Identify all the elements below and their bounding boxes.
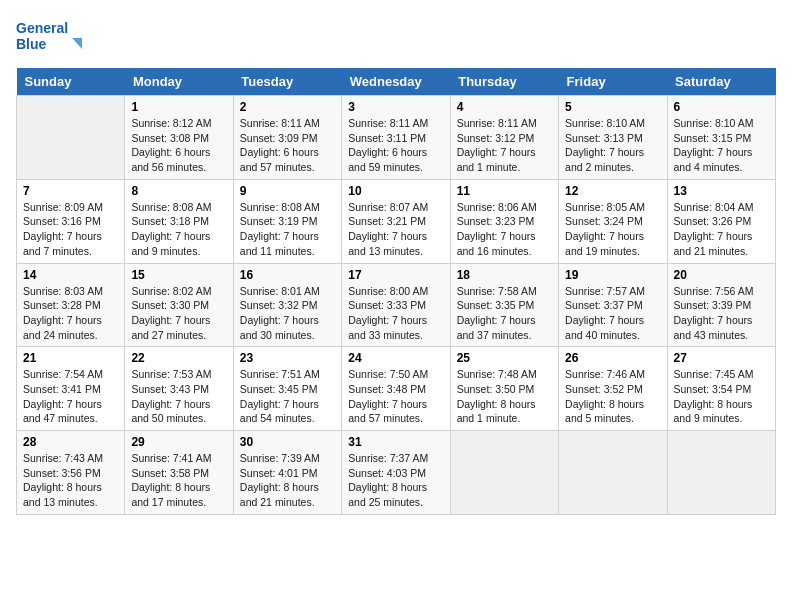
calendar-cell bbox=[450, 431, 558, 515]
svg-text:General: General bbox=[16, 20, 68, 36]
calendar-cell: 25Sunrise: 7:48 AM Sunset: 3:50 PM Dayli… bbox=[450, 347, 558, 431]
day-number: 6 bbox=[674, 100, 769, 114]
calendar-cell: 3Sunrise: 8:11 AM Sunset: 3:11 PM Daylig… bbox=[342, 96, 450, 180]
day-info: Sunrise: 8:12 AM Sunset: 3:08 PM Dayligh… bbox=[131, 116, 226, 175]
day-info: Sunrise: 8:06 AM Sunset: 3:23 PM Dayligh… bbox=[457, 200, 552, 259]
day-number: 11 bbox=[457, 184, 552, 198]
calendar-cell: 26Sunrise: 7:46 AM Sunset: 3:52 PM Dayli… bbox=[559, 347, 667, 431]
calendar-cell: 1Sunrise: 8:12 AM Sunset: 3:08 PM Daylig… bbox=[125, 96, 233, 180]
day-number: 13 bbox=[674, 184, 769, 198]
day-number: 27 bbox=[674, 351, 769, 365]
day-number: 30 bbox=[240, 435, 335, 449]
day-info: Sunrise: 8:07 AM Sunset: 3:21 PM Dayligh… bbox=[348, 200, 443, 259]
day-number: 9 bbox=[240, 184, 335, 198]
calendar-cell: 12Sunrise: 8:05 AM Sunset: 3:24 PM Dayli… bbox=[559, 179, 667, 263]
calendar-week-row: 28Sunrise: 7:43 AM Sunset: 3:56 PM Dayli… bbox=[17, 431, 776, 515]
calendar-cell: 8Sunrise: 8:08 AM Sunset: 3:18 PM Daylig… bbox=[125, 179, 233, 263]
day-header-saturday: Saturday bbox=[667, 68, 775, 96]
day-number: 23 bbox=[240, 351, 335, 365]
calendar-cell: 21Sunrise: 7:54 AM Sunset: 3:41 PM Dayli… bbox=[17, 347, 125, 431]
calendar-cell: 4Sunrise: 8:11 AM Sunset: 3:12 PM Daylig… bbox=[450, 96, 558, 180]
calendar-cell: 16Sunrise: 8:01 AM Sunset: 3:32 PM Dayli… bbox=[233, 263, 341, 347]
logo: General Blue bbox=[16, 16, 86, 56]
day-info: Sunrise: 8:11 AM Sunset: 3:11 PM Dayligh… bbox=[348, 116, 443, 175]
calendar-cell: 15Sunrise: 8:02 AM Sunset: 3:30 PM Dayli… bbox=[125, 263, 233, 347]
calendar-cell: 23Sunrise: 7:51 AM Sunset: 3:45 PM Dayli… bbox=[233, 347, 341, 431]
day-number: 7 bbox=[23, 184, 118, 198]
day-info: Sunrise: 8:02 AM Sunset: 3:30 PM Dayligh… bbox=[131, 284, 226, 343]
calendar-cell: 11Sunrise: 8:06 AM Sunset: 3:23 PM Dayli… bbox=[450, 179, 558, 263]
day-number: 19 bbox=[565, 268, 660, 282]
day-info: Sunrise: 7:46 AM Sunset: 3:52 PM Dayligh… bbox=[565, 367, 660, 426]
day-info: Sunrise: 7:43 AM Sunset: 3:56 PM Dayligh… bbox=[23, 451, 118, 510]
day-number: 31 bbox=[348, 435, 443, 449]
calendar-week-row: 1Sunrise: 8:12 AM Sunset: 3:08 PM Daylig… bbox=[17, 96, 776, 180]
day-number: 15 bbox=[131, 268, 226, 282]
calendar-cell bbox=[667, 431, 775, 515]
calendar-cell: 30Sunrise: 7:39 AM Sunset: 4:01 PM Dayli… bbox=[233, 431, 341, 515]
day-info: Sunrise: 7:58 AM Sunset: 3:35 PM Dayligh… bbox=[457, 284, 552, 343]
day-number: 4 bbox=[457, 100, 552, 114]
day-info: Sunrise: 7:53 AM Sunset: 3:43 PM Dayligh… bbox=[131, 367, 226, 426]
day-number: 21 bbox=[23, 351, 118, 365]
day-info: Sunrise: 7:54 AM Sunset: 3:41 PM Dayligh… bbox=[23, 367, 118, 426]
day-info: Sunrise: 8:11 AM Sunset: 3:09 PM Dayligh… bbox=[240, 116, 335, 175]
day-number: 3 bbox=[348, 100, 443, 114]
calendar-week-row: 14Sunrise: 8:03 AM Sunset: 3:28 PM Dayli… bbox=[17, 263, 776, 347]
calendar-cell: 29Sunrise: 7:41 AM Sunset: 3:58 PM Dayli… bbox=[125, 431, 233, 515]
calendar-cell: 22Sunrise: 7:53 AM Sunset: 3:43 PM Dayli… bbox=[125, 347, 233, 431]
day-info: Sunrise: 7:51 AM Sunset: 3:45 PM Dayligh… bbox=[240, 367, 335, 426]
day-info: Sunrise: 8:11 AM Sunset: 3:12 PM Dayligh… bbox=[457, 116, 552, 175]
day-number: 20 bbox=[674, 268, 769, 282]
day-number: 18 bbox=[457, 268, 552, 282]
calendar-cell: 6Sunrise: 8:10 AM Sunset: 3:15 PM Daylig… bbox=[667, 96, 775, 180]
day-header-friday: Friday bbox=[559, 68, 667, 96]
calendar-cell bbox=[17, 96, 125, 180]
calendar-cell: 28Sunrise: 7:43 AM Sunset: 3:56 PM Dayli… bbox=[17, 431, 125, 515]
day-info: Sunrise: 8:00 AM Sunset: 3:33 PM Dayligh… bbox=[348, 284, 443, 343]
day-info: Sunrise: 8:08 AM Sunset: 3:18 PM Dayligh… bbox=[131, 200, 226, 259]
calendar-cell: 5Sunrise: 8:10 AM Sunset: 3:13 PM Daylig… bbox=[559, 96, 667, 180]
calendar-cell: 27Sunrise: 7:45 AM Sunset: 3:54 PM Dayli… bbox=[667, 347, 775, 431]
calendar-cell: 14Sunrise: 8:03 AM Sunset: 3:28 PM Dayli… bbox=[17, 263, 125, 347]
day-info: Sunrise: 8:05 AM Sunset: 3:24 PM Dayligh… bbox=[565, 200, 660, 259]
day-number: 22 bbox=[131, 351, 226, 365]
calendar-week-row: 7Sunrise: 8:09 AM Sunset: 3:16 PM Daylig… bbox=[17, 179, 776, 263]
calendar-table: SundayMondayTuesdayWednesdayThursdayFrid… bbox=[16, 68, 776, 515]
day-info: Sunrise: 7:37 AM Sunset: 4:03 PM Dayligh… bbox=[348, 451, 443, 510]
day-number: 8 bbox=[131, 184, 226, 198]
day-info: Sunrise: 7:56 AM Sunset: 3:39 PM Dayligh… bbox=[674, 284, 769, 343]
day-number: 28 bbox=[23, 435, 118, 449]
logo-svg: General Blue bbox=[16, 16, 86, 56]
day-info: Sunrise: 7:50 AM Sunset: 3:48 PM Dayligh… bbox=[348, 367, 443, 426]
day-number: 1 bbox=[131, 100, 226, 114]
day-header-sunday: Sunday bbox=[17, 68, 125, 96]
calendar-cell: 9Sunrise: 8:08 AM Sunset: 3:19 PM Daylig… bbox=[233, 179, 341, 263]
day-info: Sunrise: 8:01 AM Sunset: 3:32 PM Dayligh… bbox=[240, 284, 335, 343]
day-info: Sunrise: 8:10 AM Sunset: 3:15 PM Dayligh… bbox=[674, 116, 769, 175]
day-number: 26 bbox=[565, 351, 660, 365]
day-number: 29 bbox=[131, 435, 226, 449]
day-number: 12 bbox=[565, 184, 660, 198]
calendar-cell: 7Sunrise: 8:09 AM Sunset: 3:16 PM Daylig… bbox=[17, 179, 125, 263]
day-header-tuesday: Tuesday bbox=[233, 68, 341, 96]
day-info: Sunrise: 7:48 AM Sunset: 3:50 PM Dayligh… bbox=[457, 367, 552, 426]
day-header-thursday: Thursday bbox=[450, 68, 558, 96]
calendar-cell: 10Sunrise: 8:07 AM Sunset: 3:21 PM Dayli… bbox=[342, 179, 450, 263]
calendar-cell: 13Sunrise: 8:04 AM Sunset: 3:26 PM Dayli… bbox=[667, 179, 775, 263]
calendar-cell: 24Sunrise: 7:50 AM Sunset: 3:48 PM Dayli… bbox=[342, 347, 450, 431]
calendar-cell: 17Sunrise: 8:00 AM Sunset: 3:33 PM Dayli… bbox=[342, 263, 450, 347]
day-info: Sunrise: 8:08 AM Sunset: 3:19 PM Dayligh… bbox=[240, 200, 335, 259]
day-number: 25 bbox=[457, 351, 552, 365]
day-info: Sunrise: 8:09 AM Sunset: 3:16 PM Dayligh… bbox=[23, 200, 118, 259]
svg-marker-2 bbox=[72, 38, 82, 49]
day-info: Sunrise: 8:10 AM Sunset: 3:13 PM Dayligh… bbox=[565, 116, 660, 175]
calendar-cell: 19Sunrise: 7:57 AM Sunset: 3:37 PM Dayli… bbox=[559, 263, 667, 347]
day-header-monday: Monday bbox=[125, 68, 233, 96]
day-number: 5 bbox=[565, 100, 660, 114]
day-number: 16 bbox=[240, 268, 335, 282]
day-header-wednesday: Wednesday bbox=[342, 68, 450, 96]
day-number: 2 bbox=[240, 100, 335, 114]
day-number: 17 bbox=[348, 268, 443, 282]
calendar-cell bbox=[559, 431, 667, 515]
